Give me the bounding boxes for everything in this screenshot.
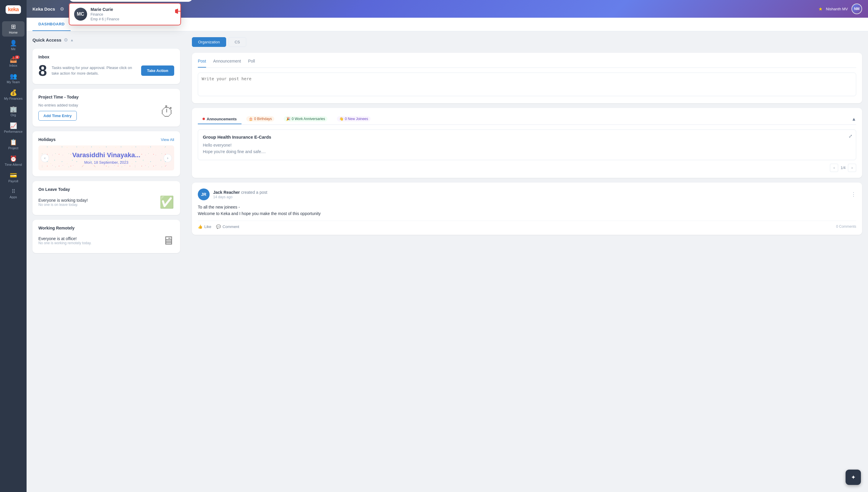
holidays-card: Holidays View All ‹ Varasiddhi Vinayaka.… — [32, 131, 180, 176]
quick-access-header: Quick Access ⚙ ▲ — [32, 37, 180, 43]
anniversaries-badge: 🎉 0 Work Anniversaries — [284, 116, 327, 122]
sidebar-item-performance[interactable]: 📈 Performance — [2, 120, 24, 136]
sidebar-item-payroll-label: Payroll — [8, 179, 18, 183]
announcement-expand-button[interactable]: ⤢ — [848, 133, 852, 139]
holiday-carousel: ‹ Varasiddhi Vinayaka... Mon, 18 Septemb… — [39, 145, 174, 171]
result-avatar-inner: MC — [74, 8, 87, 21]
carousel-next-button[interactable]: › — [164, 154, 172, 162]
announcement-body1: Hello everyone! — [203, 142, 851, 148]
on-leave-card: On Leave Today Everyone is working today… — [32, 181, 180, 215]
sidebar-item-myfinances[interactable]: 💰 My Finances — [2, 87, 24, 103]
sidebar-item-timeattend[interactable]: ⏰ Time Attend — [2, 153, 24, 169]
ann-tab-work-anniversaries[interactable]: 🎉 0 Work Anniversaries — [279, 114, 332, 124]
quick-access-chevron-icon[interactable]: ▲ — [70, 38, 74, 42]
sidebar-item-inbox[interactable]: 📥 8 Inbox — [2, 54, 24, 70]
anniversaries-label: 0 Work Anniversaries — [292, 117, 325, 121]
sidebar-item-project-label: Project — [8, 146, 18, 150]
ann-tab-birthdays[interactable]: 🎂 0 Birthdays — [241, 114, 279, 124]
birthdays-icon: 🎂 — [249, 117, 253, 121]
announcement-pagination: ‹ 1/4 › — [198, 164, 856, 172]
result-name: Marie Curie — [91, 7, 119, 12]
org-tabs: Organization CS — [192, 37, 862, 47]
project-time-content: No entries added today Add Time Entry ⏱ — [39, 103, 174, 121]
post-action-text: created a post — [241, 190, 267, 195]
holidays-title: Holidays — [39, 137, 55, 142]
top-header: Keka Docs ⚙ 🔍 MC — [27, 0, 868, 18]
me-icon: 👤 — [10, 40, 17, 46]
sidebar-item-home[interactable]: ⊞ Home — [2, 21, 24, 36]
header-gear-icon[interactable]: ⚙ — [60, 6, 64, 12]
comment-button[interactable]: 💬 Comment — [216, 224, 239, 229]
on-leave-title: On Leave Today — [39, 187, 174, 192]
tab-cs[interactable]: CS — [229, 37, 246, 47]
inbox-message: Tasks waiting for your approval. Please … — [52, 65, 136, 76]
time-icon: ⏱ — [160, 104, 174, 120]
sidebar-item-project[interactable]: 📋 Project — [2, 137, 24, 152]
search-result-item[interactable]: MC Marie Curie Finance Emp # 6 | Finance — [69, 3, 181, 25]
collapse-announcements-icon[interactable]: ▲ — [851, 117, 856, 122]
view-all-link[interactable]: View All — [161, 138, 174, 142]
carousel-prev-button[interactable]: ‹ — [41, 154, 49, 162]
payroll-icon: 💳 — [10, 172, 17, 178]
anniversaries-icon: 🎉 — [286, 117, 290, 121]
tab-organization[interactable]: Organization — [192, 37, 226, 47]
post-menu-icon[interactable]: ⋮ — [851, 191, 856, 198]
result-avatar: MC — [74, 8, 87, 21]
like-button[interactable]: 👍 Like — [198, 224, 211, 229]
add-time-entry-button[interactable]: Add Time Entry — [39, 111, 77, 121]
sidebar-item-inbox-label: Inbox — [9, 64, 18, 67]
ann-tab-new-joinees[interactable]: 👋 0 New Joinees — [332, 114, 375, 124]
on-leave-text: Everyone is working today! No one is on … — [39, 198, 156, 207]
take-action-button[interactable]: Take Action — [141, 66, 174, 76]
myteam-icon: 👥 — [10, 73, 17, 79]
pagination-next-button[interactable]: › — [848, 164, 856, 172]
post-textarea[interactable] — [198, 73, 856, 96]
content-area: Quick Access ⚙ ▲ Inbox 8 Tasks waiting f… — [27, 31, 868, 492]
on-leave-sub: No one is on leave today. — [39, 203, 156, 207]
sidebar-logo: keka — [5, 3, 22, 15]
sidebar-item-org[interactable]: 🏢 Org — [2, 104, 24, 119]
tab-dashboard[interactable]: DASHBOARD — [32, 18, 71, 31]
search-input[interactable] — [69, 0, 193, 2]
working-remotely-title: Working Remotely — [39, 226, 174, 230]
tab-announcement[interactable]: Announcement — [213, 59, 241, 68]
announcement-body: Hello everyone! Hope you're doing fine a… — [203, 142, 851, 155]
inbox-card-title: Inbox — [39, 54, 174, 59]
quick-access-gear-icon[interactable]: ⚙ — [64, 37, 68, 43]
main-wrapper: Keka Docs ⚙ 🔍 MC — [27, 0, 868, 492]
tab-poll[interactable]: Poll — [248, 59, 255, 68]
post-body: To all the new joinees - Welcome to Keka… — [198, 204, 856, 217]
org-icon: 🏢 — [10, 106, 17, 112]
announcement-title: Group Health Insurance E-Cards — [203, 134, 851, 140]
pagination-prev-button[interactable]: ‹ — [830, 164, 838, 172]
sidebar-item-myteam-label: My Team — [7, 80, 20, 84]
header-avatar[interactable]: NM — [851, 3, 862, 14]
announcements-tabs: Announcements 🎂 0 Birthdays 🎉 0 Work Ann… — [198, 114, 856, 125]
sidebar-item-me-label: Me — [11, 47, 15, 51]
sidebar-item-apps[interactable]: ⠿ Apps — [2, 187, 24, 201]
announcements-card: Announcements 🎂 0 Birthdays 🎉 0 Work Ann… — [192, 108, 862, 178]
like-label: Like — [204, 224, 211, 229]
project-time-card: Project Time - Today No entries added to… — [32, 89, 180, 126]
inbox-badge: 8 — [15, 55, 19, 59]
tab-post[interactable]: Post — [198, 59, 206, 68]
performance-icon: 📈 — [10, 123, 17, 129]
sidebar-item-myteam[interactable]: 👥 My Team — [2, 71, 24, 86]
search-dropdown: MC Marie Curie Finance Emp # 6 | Finance — [69, 3, 181, 25]
fab-button[interactable]: ✦ — [846, 470, 861, 485]
remotely-icon: 🖥 — [162, 234, 174, 247]
holidays-header: Holidays View All — [39, 137, 174, 142]
post-card: Post Announcement Poll — [192, 53, 862, 103]
announcement-body2: Hope you're doing fine and safe.... — [203, 148, 851, 155]
post-header: JR Jack Reacher created a post 14 days a… — [198, 189, 856, 200]
birthdays-label: 0 Birthdays — [254, 117, 272, 121]
result-department: Finance — [91, 13, 119, 17]
birthdays-badge: 🎂 0 Birthdays — [246, 116, 274, 122]
remotely-sub: No one is working remotely today. — [39, 241, 159, 245]
post-item: JR Jack Reacher created a post 14 days a… — [192, 182, 862, 235]
post-time: 14 days ago — [213, 195, 847, 199]
sidebar-item-me[interactable]: 👤 Me — [2, 38, 24, 53]
sidebar-item-payroll[interactable]: 💳 Payroll — [2, 170, 24, 185]
sidebar-item-performance-label: Performance — [4, 130, 23, 133]
ann-tab-announcements[interactable]: Announcements — [198, 115, 241, 124]
